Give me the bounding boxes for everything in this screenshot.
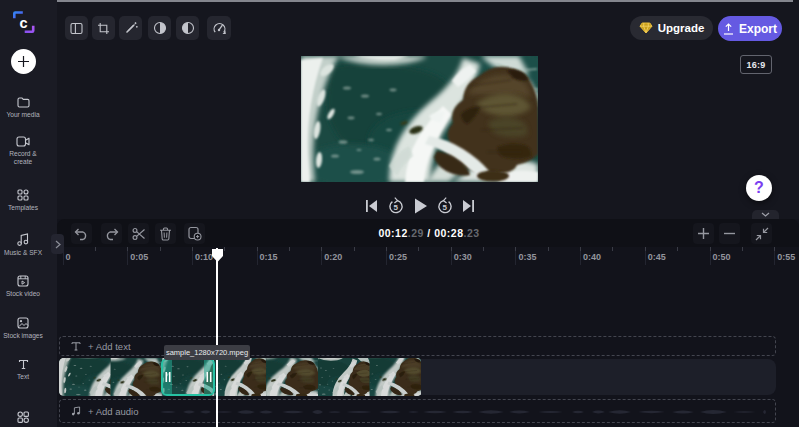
svg-text:5: 5	[394, 203, 399, 212]
svg-text:5: 5	[443, 203, 448, 212]
svg-text:c: c	[19, 15, 27, 31]
